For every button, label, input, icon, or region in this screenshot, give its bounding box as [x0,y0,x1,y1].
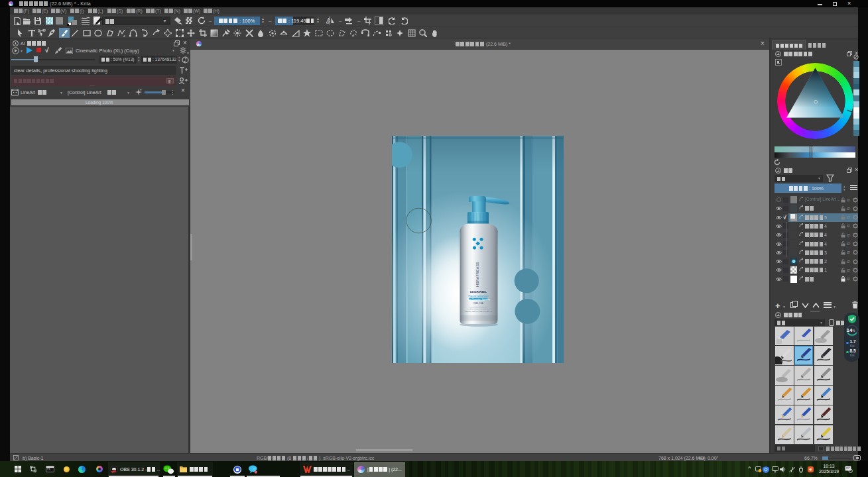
svg-text:UDIZRIFAEL: UDIZRIFAEL [470,290,487,293]
svg-text:HSRAFREASS: HSRAFREASS [475,262,479,287]
svg-text:FORMULATED WITH OCEAN MINERALS: FORMULATED WITH OCEAN MINERALS [465,311,493,312]
svg-text:Facial Cleanser: Facial Cleanser [468,294,489,297]
svg-text:FHBL CHA: FHBL CHA [473,302,483,305]
svg-text:Deep Cleansing · Hydrating: Deep Cleansing · Hydrating [467,298,490,301]
